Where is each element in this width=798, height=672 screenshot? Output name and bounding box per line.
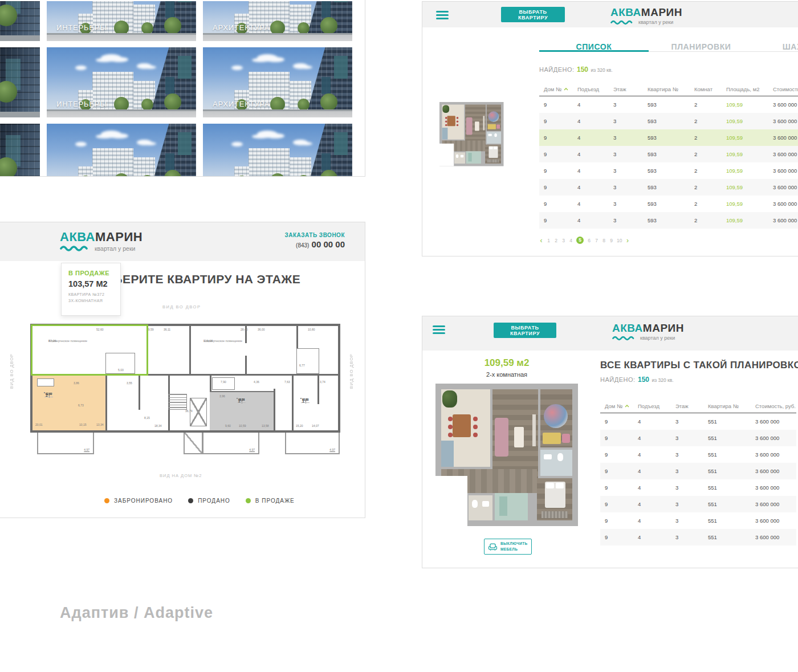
gallery-tile-facade[interactable] <box>0 47 40 117</box>
table-row[interactable]: 9435932109,593 600 000 <box>539 212 798 229</box>
dimension-label: 8,15 <box>144 416 150 420</box>
table-row[interactable]: 9435932109,593 600 000 <box>539 196 798 212</box>
logo-tagline: квартал у реки <box>638 19 673 25</box>
decor <box>564 88 568 90</box>
decor <box>137 140 152 145</box>
table-row[interactable]: 9435932109,593 600 000 <box>539 162 798 179</box>
choose-apartment-button[interactable]: ВЫБРАТЬ КВАРТИРУ <box>494 323 556 338</box>
table-cell: 593 <box>648 201 694 207</box>
dimension-label: 3,86 <box>74 381 79 385</box>
menu-icon[interactable] <box>436 11 449 21</box>
gallery-tile-architecture[interactable]: АРХИТЕКТУРА <box>203 47 352 117</box>
table-cell: 2 <box>694 168 726 174</box>
apartments-table[interactable]: Дом №ПодъездЭтажКвартира №Стоимость, руб… <box>600 400 796 545</box>
gallery-tile-interiors[interactable]: ИНТЕРЬЕРЫ <box>47 47 196 117</box>
tab-grid[interactable]: ШАХМАТКА <box>742 42 798 51</box>
page-6[interactable]: 6 <box>587 238 591 243</box>
found-count: 150 <box>638 376 649 384</box>
table-header-cell[interactable]: Дом № <box>605 403 638 409</box>
table-row[interactable]: 9435932109,593 600 000 <box>539 146 798 162</box>
brand-logo[interactable]: АКВАМАРИН квартал у реки <box>60 230 142 252</box>
page-9[interactable]: 9 <box>609 238 613 243</box>
order-call-link[interactable]: ЗАКАЗАТЬ ЗВОНОК <box>285 232 345 238</box>
page-1[interactable]: 1 <box>547 238 551 243</box>
phone-number[interactable]: (843) 00 00 00 <box>285 239 345 249</box>
wave-icon <box>612 336 637 341</box>
table-header-cell[interactable]: Дом № <box>544 86 577 92</box>
table-cell: 9 <box>544 217 577 223</box>
table-cell: 3 <box>675 418 708 425</box>
gallery-tile-architecture[interactable]: АРХИТЕКТУРА <box>203 124 352 177</box>
bathroom <box>212 377 235 390</box>
floor-plan-drawing[interactable]: Коммерческое помещение 87,26 Коммерческо… <box>30 324 340 433</box>
page-2[interactable]: 2 <box>554 238 558 243</box>
table-cell: 593 <box>648 151 694 157</box>
decor: 9435932109,593 600 0009435932109,593 600… <box>539 96 798 229</box>
table-row[interactable]: 9435513 600 000 <box>600 413 796 430</box>
commercial-room-for-sale[interactable] <box>31 324 148 376</box>
table-cell: 4 <box>577 217 613 223</box>
page-4[interactable]: 4 <box>569 238 573 243</box>
gallery-tile-interiors[interactable]: ИНТЕРЬЕРЫ <box>47 1 196 41</box>
table-row[interactable]: 9435513 600 000 <box>600 479 796 496</box>
table-header-cell: Квартира № <box>648 86 694 92</box>
booked-dot <box>104 498 109 503</box>
sort-asc-icon[interactable] <box>625 405 629 408</box>
page-7[interactable]: 7 <box>595 238 598 243</box>
apartment-plan-thumbnail[interactable] <box>439 102 504 166</box>
building-photo: ИНТЕРЬЕРЫ <box>47 1 196 41</box>
table-row[interactable]: 9435932109,593 600 000 <box>539 179 798 196</box>
page-8[interactable]: 8 <box>602 238 606 243</box>
bedroom-1 <box>487 105 501 131</box>
table-cell: 4 <box>577 151 613 157</box>
table-cell: 593 <box>648 168 694 174</box>
logo-part1: АКВА <box>612 322 643 334</box>
gallery-tile-architecture[interactable]: АРХИТЕКТУРА <box>203 1 352 41</box>
brand-logo[interactable]: АКВАМАРИН квартал у реки <box>610 6 682 25</box>
logo-tagline: квартал у реки <box>640 335 675 341</box>
dimension-label: 36,11 <box>164 328 170 331</box>
sort-asc-icon[interactable] <box>564 88 568 91</box>
page-5[interactable]: 5 <box>576 237 584 244</box>
page-3[interactable]: 3 <box>561 238 565 243</box>
gallery-tile-facade[interactable] <box>0 1 40 41</box>
decor <box>320 93 337 111</box>
pagination[interactable]: ‹12345678910› <box>539 237 629 244</box>
table-cell: 3 600 000 <box>755 418 796 425</box>
table-row[interactable]: 9435932109,593 600 000 <box>539 96 798 113</box>
table-row[interactable]: 9435513 600 000 <box>600 529 796 545</box>
table-cell: 551 <box>708 435 755 441</box>
table-row[interactable]: 9435932109,593 600 000 <box>539 113 798 129</box>
table-row[interactable]: 9435932109,593 600 000 <box>539 129 798 146</box>
table-cell: 4 <box>638 484 675 491</box>
decor <box>298 99 310 111</box>
table-row[interactable]: 9435513 600 000 <box>600 430 796 446</box>
choose-apartment-button[interactable]: ВЫБРАТЬ КВАРТИРУ <box>501 7 565 22</box>
dimension-label: 6,73 <box>78 404 84 407</box>
tab-plans[interactable]: ПЛАНИРОВКИ <box>649 42 754 51</box>
dimension-label: 13,58 <box>262 424 269 427</box>
bedroom-2 <box>537 478 572 520</box>
dimension-label: 7,63 <box>284 380 290 384</box>
toggle-furniture-button[interactable]: ВЫКЛЮЧИТЬМЕБЕЛЬ <box>484 539 532 555</box>
brand-logo[interactable]: АКВАМАРИН квартал у реки <box>612 322 684 341</box>
decor <box>436 14 449 16</box>
table-header-row: Дом №ПодъездЭтажКвартира №Стоимость, руб… <box>600 400 796 413</box>
gallery-tile-facade[interactable] <box>0 124 40 177</box>
porch: 4,97 <box>202 433 259 454</box>
table-row[interactable]: 9435513 600 000 <box>600 446 796 463</box>
section-title: ВСЕ КВАРТИРЫ С ТАКОЙ ПЛАНИРОВКОЙ <box>600 360 798 371</box>
wave-icon <box>60 246 92 251</box>
table-row[interactable]: 9435513 600 000 <box>600 512 796 529</box>
decor: 4,97 <box>84 448 89 451</box>
table-cell: 2 <box>694 217 726 223</box>
menu-icon[interactable] <box>433 325 445 336</box>
page-prev-icon[interactable]: ‹ <box>539 238 543 243</box>
apartments-table[interactable]: Дом №ПодъездЭтажКвартира №КомнатПлощадь,… <box>539 83 798 229</box>
page-next-icon[interactable]: › <box>625 238 629 243</box>
gallery-tile-interiors[interactable]: ИНТЕРЬЕРЫ <box>47 124 196 177</box>
table-row[interactable]: 9435513 600 000 <box>600 463 796 479</box>
facade-photo <box>0 124 40 177</box>
page-10[interactable]: 10 <box>617 238 622 243</box>
table-row[interactable]: 9435513 600 000 <box>600 496 796 512</box>
